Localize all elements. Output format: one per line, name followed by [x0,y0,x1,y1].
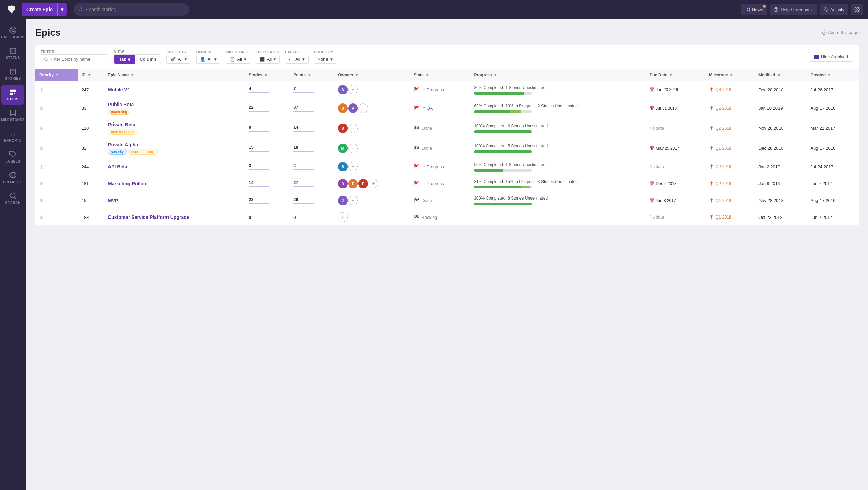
col-id[interactable]: ID ▾ [78,69,104,81]
stories-cell: 23 [244,192,289,209]
epic-name-link[interactable]: Marketing Rollout [108,181,148,186]
add-owner-button[interactable]: + [358,103,368,113]
col-stories[interactable]: Stories ▾ [244,69,289,81]
drag-handle[interactable]: ⊕ [39,125,44,131]
svg-line-7 [11,28,12,30]
epic-states-dropdown[interactable]: ⬛ All ▾ [256,55,280,64]
progress-bar [474,203,532,205]
milestones-value: All [237,57,242,62]
help-feedback-button[interactable]: Help / Feedback [770,4,817,15]
drag-handle[interactable]: ⊕ [39,197,44,203]
tag[interactable]: marketing [108,109,130,115]
col-priority[interactable]: Priority ▾ [35,69,78,81]
col-milestone[interactable]: Milestone ▾ [705,69,754,81]
owners-cell: B+ [334,158,410,175]
group-by-dropdown[interactable]: None ▾ [314,55,336,64]
tag[interactable]: user feedback [128,149,158,155]
table-view-button[interactable]: Table [114,55,135,64]
created-cell: Jul 26 2017 [806,81,859,98]
search-bar[interactable] [74,3,189,16]
create-epic-button[interactable]: Create Epic ▾ [22,3,67,16]
tag[interactable]: security [108,149,127,155]
projects-dropdown[interactable]: 🚀 All ▾ [166,55,191,64]
epic-name-link[interactable]: Customer Service Platform Upgrade [108,214,189,220]
sidebar-item-dashboard[interactable]: DASHBOARD [1,23,24,42]
epic-name-link[interactable]: Mobile V1 [108,87,130,92]
milestones-dropdown[interactable]: 📋 All ▾ [226,55,250,64]
col-owners[interactable]: Owners ▾ [334,69,410,81]
col-created[interactable]: Created ▾ [806,69,859,81]
milestone-td: 📍 Q2 2018 [705,158,754,175]
milestone: 📍 Q1 2018 [709,146,750,151]
sidebar-item-search[interactable]: SEARCH [1,189,24,208]
epic-name-link[interactable]: API Beta [108,164,127,169]
table-row: ⊕ 244 API Beta 3 4 B+ 🚩 In Progress [35,158,859,175]
filter-label: FILTER [41,50,108,54]
labels-icon [9,151,17,158]
progress-td: 100% Completed, 6 Stories Unestimated [470,118,645,138]
avatar: S [338,103,348,113]
drag-handle[interactable]: ⊕ [39,87,44,93]
column-view-button[interactable]: Column [135,55,161,64]
drag-handle[interactable]: ⊕ [39,145,44,151]
search-input[interactable] [85,7,184,12]
progress-bar [474,110,532,113]
epic-name-link[interactable]: MVP [108,198,118,203]
add-owner-button[interactable]: + [348,144,358,153]
drag-handle[interactable]: ⊕ [39,181,44,186]
points-bar: 18 [293,145,330,152]
owner-avatars: M+ [338,144,406,153]
news-button[interactable]: News [741,4,767,15]
drag-handle[interactable]: ⊕ [39,214,44,220]
labels-filter-group: LABELS 🏷 All ▾ [285,50,308,64]
hide-archived-button[interactable]: Hide Archived [809,52,853,62]
sidebar-item-stories[interactable]: STORIES [1,64,24,84]
sidebar-item-labels[interactable]: LABELS [1,147,24,167]
owners-cell: M+ [334,138,410,158]
owners-dropdown[interactable]: 👤 All ▾ [196,55,220,64]
create-epic-dropdown-arrow[interactable]: ▾ [58,3,67,16]
progress-td: 86% Completed, 1 Stories Unestimated [470,81,645,98]
app-logo[interactable] [5,3,18,16]
epic-name-link[interactable]: Private Beta [108,122,135,127]
epic-name-link[interactable]: Private Alpha [108,142,138,147]
settings-button[interactable] [851,4,863,15]
drag-handle[interactable]: ⊕ [39,164,44,170]
add-owner-button[interactable]: + [348,124,358,133]
drag-handle-cell: ⊕ [35,209,78,226]
labels-dropdown[interactable]: 🏷 All ▾ [285,55,308,64]
owner-avatars: SA+ [338,103,406,113]
epic-name-link[interactable]: Public Beta [108,102,134,107]
about-page-link[interactable]: About this page [822,30,859,35]
sidebar-item-projects[interactable]: PROJECTS [1,168,24,187]
progress-td: 50% Completed, 1 Stories Unestimated [470,158,645,175]
tag[interactable]: user feedback [108,129,137,135]
activity-button[interactable]: Activity [820,4,848,15]
drag-handle[interactable]: ⊕ [39,105,44,111]
col-due-date[interactable]: Due Date ▾ [646,69,705,81]
sidebar-item-milestones[interactable]: MILESTONES [1,106,24,125]
col-epic-name[interactable]: Epic Name ▾ [104,69,244,81]
col-state[interactable]: State ▾ [410,69,470,81]
owner-avatars: + [338,212,406,222]
sidebar-item-reports[interactable]: REPORTS [1,127,24,146]
add-owner-button[interactable]: + [369,179,378,188]
sidebar-item-status[interactable]: STATUS [1,44,24,63]
owner-avatars: A+ [338,85,406,94]
state-cell: 🚩 In Progress [410,158,470,175]
gear-icon [854,7,860,12]
add-owner-button[interactable]: + [348,162,358,171]
add-owner-button[interactable]: + [338,212,348,222]
col-modified[interactable]: Modified ▾ [754,69,806,81]
add-owner-button[interactable]: + [348,196,358,205]
col-progress[interactable]: Progress ▾ [470,69,645,81]
filter-epics-input[interactable] [41,54,108,64]
epic-name-cell: API Beta [104,158,244,175]
col-points[interactable]: Points ▾ [289,69,334,81]
svg-rect-9 [10,48,16,54]
sidebar-item-epics[interactable]: EPICS [1,85,24,105]
progress-cell: 62% Completed, 19% In Progress, 2 Storie… [474,103,641,113]
due-date-td: 📅 May 25 2017 [646,138,705,158]
milestone: 📍 Q2 2018 [709,164,750,169]
add-owner-button[interactable]: + [348,85,358,94]
